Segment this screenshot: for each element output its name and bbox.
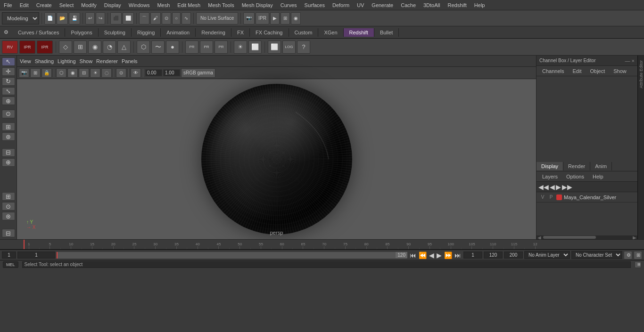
- anim-settings-btn[interactable]: ⚙: [624, 251, 632, 259]
- tab-bullet[interactable]: Bullet: [374, 28, 399, 37]
- current-frame-field-left[interactable]: [2, 251, 16, 259]
- menu-cache[interactable]: Cache: [397, 1, 420, 9]
- open-scene-btn[interactable]: 📂: [57, 12, 68, 24]
- char-set-dropdown[interactable]: No Character Set: [571, 251, 622, 259]
- play-end-field[interactable]: [504, 251, 523, 259]
- rs-cone-btn[interactable]: △: [117, 40, 131, 54]
- rs-sun-btn[interactable]: ☀: [234, 40, 247, 54]
- tab-fx[interactable]: FX: [231, 28, 250, 37]
- tab-channels[interactable]: Channels: [538, 67, 568, 75]
- disp-tab-render[interactable]: Render: [563, 162, 590, 170]
- tab-curves-surfaces[interactable]: Curves / Surfaces: [12, 28, 65, 37]
- menu-mesh[interactable]: Mesh: [153, 1, 173, 9]
- rs-cube-btn[interactable]: ⬡: [137, 40, 150, 54]
- transform-btn[interactable]: ⊕: [2, 158, 15, 167]
- vp-menu-show[interactable]: Show: [80, 58, 93, 64]
- menu-modify[interactable]: Modify: [77, 1, 100, 9]
- snap-btn[interactable]: ⊙: [2, 202, 15, 211]
- tab-edit[interactable]: Edit: [569, 67, 585, 75]
- tab-animation[interactable]: Animation: [161, 28, 196, 37]
- scale-tool-btn[interactable]: ⤡: [2, 87, 15, 96]
- vp-menu-renderer[interactable]: Renderer: [96, 58, 118, 64]
- cmd-extra-btn[interactable]: ⊞: [635, 261, 641, 268]
- menu-select[interactable]: Select: [56, 1, 78, 9]
- anim-extra-btn[interactable]: ⊞: [634, 251, 642, 259]
- tab-redshift[interactable]: Redshift: [344, 28, 374, 37]
- help-tab[interactable]: Help: [589, 173, 607, 180]
- select-btn[interactable]: ⬛: [110, 12, 122, 24]
- tab-object[interactable]: Object: [586, 67, 609, 75]
- lasso-btn[interactable]: ⌒: [139, 12, 149, 24]
- rs-circle-btn[interactable]: ●: [166, 40, 179, 54]
- vp-texture-btn[interactable]: ⊟: [79, 68, 89, 78]
- tab-custom[interactable]: Custom: [289, 28, 319, 37]
- vp-wireframe-btn[interactable]: ⬡: [56, 68, 66, 78]
- render-btn[interactable]: ▶: [270, 12, 280, 24]
- menu-generate[interactable]: Generate: [368, 1, 397, 9]
- panel-minimize-btn[interactable]: —: [625, 58, 630, 64]
- menu-help[interactable]: Help: [471, 1, 489, 9]
- panel-close-btn[interactable]: ×: [632, 58, 635, 64]
- paint-effects-btn[interactable]: ⊛: [2, 212, 15, 220]
- menu-mesh-display[interactable]: Mesh Display: [238, 1, 277, 9]
- render2-btn[interactable]: ⊞: [281, 12, 290, 24]
- frame-counter[interactable]: [463, 251, 482, 259]
- menu-redshift[interactable]: Redshift: [444, 1, 470, 9]
- render-preview-btn[interactable]: ⊟: [2, 229, 15, 237]
- vp-isolate-btn[interactable]: ⊙: [116, 68, 126, 78]
- show-manip-btn[interactable]: ⊞: [2, 122, 15, 131]
- rs-pr3-btn[interactable]: PR: [215, 40, 228, 54]
- rs-ipr-btn[interactable]: IPR: [19, 40, 35, 54]
- vp-menu-view[interactable]: View: [20, 58, 31, 64]
- loop-btn[interactable]: ⊙: [162, 12, 171, 24]
- rotate-tool-btn[interactable]: ↻: [2, 77, 15, 86]
- prev-frame-btn[interactable]: ◀: [428, 251, 435, 259]
- rs-pr2-btn[interactable]: PR: [200, 40, 213, 54]
- rs-vol-btn[interactable]: ⬜: [248, 40, 262, 54]
- rs-sphere-btn[interactable]: ◉: [88, 40, 101, 54]
- vp-shaded-btn[interactable]: ◉: [67, 68, 78, 78]
- layer-item[interactable]: V P Maya_Calendar_Silver: [537, 192, 637, 202]
- vp-grid-btn[interactable]: ⊞: [30, 68, 41, 78]
- disp-tab-display[interactable]: Display: [537, 162, 563, 170]
- lang-btn[interactable]: MEL: [3, 261, 18, 268]
- tab-fx-caching[interactable]: FX Caching: [250, 28, 289, 37]
- vp-menu-shading[interactable]: Shading: [35, 58, 54, 64]
- rs-pr1-btn[interactable]: PR: [185, 40, 198, 54]
- select2-btn[interactable]: ⬜: [123, 12, 134, 24]
- no-live-btn[interactable]: No Live Surface: [196, 12, 238, 24]
- rs-help-btn[interactable]: ?: [297, 40, 310, 54]
- menu-windows[interactable]: Windows: [125, 1, 154, 9]
- soft-select-btn[interactable]: ⊙: [2, 110, 15, 118]
- rs-ipr2-btn[interactable]: IPR: [37, 40, 53, 54]
- next-frame-btn[interactable]: ⏩: [443, 251, 453, 259]
- vp-light-btn[interactable]: ☀: [90, 68, 100, 78]
- snap-pt-btn[interactable]: ⊛: [2, 132, 15, 141]
- rs-light-btn[interactable]: ◔: [103, 40, 116, 54]
- undo-btn[interactable]: ↩: [85, 12, 95, 24]
- tab-polygons[interactable]: Polygons: [65, 28, 98, 37]
- play-btn[interactable]: ▶: [436, 251, 443, 259]
- scrollbar-thumb[interactable]: [543, 236, 596, 239]
- vp-show-btn[interactable]: 👁: [131, 68, 141, 78]
- go-start-btn[interactable]: ⏮: [409, 251, 417, 259]
- menu-file[interactable]: File: [0, 1, 16, 9]
- ring-btn[interactable]: ○: [172, 12, 181, 24]
- disp-tab-anim[interactable]: Anim: [590, 162, 612, 170]
- play-start-field[interactable]: [484, 251, 503, 259]
- new-scene-btn[interactable]: 📄: [44, 12, 56, 24]
- vp-xray-btn[interactable]: ◌: [101, 68, 112, 78]
- select-tool-btn[interactable]: ↖: [2, 57, 15, 66]
- vp-value2[interactable]: [163, 69, 180, 76]
- rs-mat-btn[interactable]: ⬜: [268, 40, 281, 54]
- time-slider[interactable]: [57, 252, 407, 259]
- menu-surfaces[interactable]: Surfaces: [301, 1, 329, 9]
- menu-deform[interactable]: Deform: [329, 1, 353, 9]
- paint-btn[interactable]: 🖌: [150, 12, 161, 24]
- command-input[interactable]: Select Tool: select an object: [22, 261, 631, 268]
- menu-display[interactable]: Display: [100, 1, 125, 9]
- menu-3dtoall[interactable]: 3DtoAll: [420, 1, 444, 9]
- menu-create[interactable]: Create: [33, 1, 56, 9]
- go-end-btn[interactable]: ⏭: [454, 251, 462, 259]
- mode-selector[interactable]: Modeling: [2, 12, 39, 24]
